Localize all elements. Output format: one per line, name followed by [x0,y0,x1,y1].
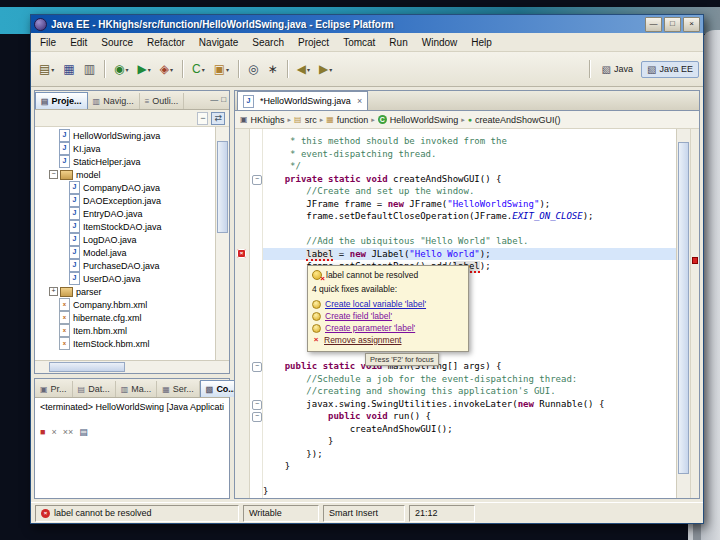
breadcrumb-src[interactable]: ▤src [294,115,317,125]
search-button[interactable]: ∗ [264,57,282,81]
insert-mode-indicator[interactable]: Smart Insert [323,505,405,522]
quickfix-remove-assignment[interactable]: ×Remove assignment [312,334,464,346]
run-button[interactable]: ▶▾ [134,57,155,81]
scrollbar-thumb[interactable] [217,141,228,233]
menu-run[interactable]: Run [382,35,414,50]
minimize-view-button[interactable]: — [210,96,218,104]
collapse-all-button[interactable]: − [197,112,208,125]
quickfix-create-local-variable-label[interactable]: Create local variable 'label' [312,298,464,310]
perspective-java-button[interactable]: ▧Java [596,61,639,78]
overview-ruler[interactable] [690,129,699,498]
menu-source[interactable]: Source [94,35,140,50]
title-bar[interactable]: Java EE - HKhighs/src/function/HelloWorl… [31,15,703,33]
code-line[interactable]: * event-dispatching thread. [263,148,676,161]
code-line[interactable]: //Add the ubiquitous "Hello World" label… [263,235,676,248]
code-line[interactable]: //creating and showing this application'… [263,385,676,398]
quickfix-create-field-label[interactable]: Create field 'label' [312,310,464,322]
tree-expander[interactable]: + [49,287,58,296]
view-tab-proje[interactable]: ▤Proje... [35,92,88,109]
tree-item-item-hbm-xml[interactable]: xItem.hbm.xml [35,324,215,337]
tree-item-userdao-java[interactable]: JUserDAO.java [35,272,215,285]
breadcrumb-hkhighs[interactable]: ▣HKhighs [240,115,285,125]
close-button[interactable]: × [683,17,700,32]
code-line[interactable]: private static void createAndShowGUI() { [263,173,676,186]
maximize-view-button[interactable]: □ [221,96,226,104]
terminate-button[interactable]: ■ [40,428,45,437]
code-line[interactable]: createAndShowGUI(); [263,423,676,436]
code-line[interactable]: * this method should be invoked from the [263,135,676,148]
code-line[interactable]: }); [263,448,676,461]
menu-edit[interactable]: Edit [63,35,94,50]
code-line[interactable]: javax.swing.SwingUtilities.invokeLater(n… [263,398,676,411]
perspective-java-ee-button[interactable]: ▧Java EE [641,61,699,78]
menu-refactor[interactable]: Refactor [140,35,192,50]
tree-item-purchasedao-java[interactable]: JPurchaseDAO.java [35,259,215,272]
tree-item-model[interactable]: −model [35,168,215,181]
code-line[interactable]: } [263,485,676,498]
open-type-button[interactable]: ◎ [244,57,262,81]
overview-error-mark[interactable] [692,257,698,264]
menu-tomcat[interactable]: Tomcat [336,35,382,50]
tree-item-entrydao-java[interactable]: JEntryDAO.java [35,207,215,220]
new-button[interactable]: ▤▾ [35,57,58,81]
close-tab-icon[interactable]: × [357,96,362,106]
tree-item-logdao-java[interactable]: JLogDAO.java [35,233,215,246]
tree-item-daoexception-java[interactable]: JDAOException.java [35,194,215,207]
menu-window[interactable]: Window [415,35,465,50]
breadcrumb-helloworldswing[interactable]: CHelloWorldSwing [378,115,458,125]
clear-console-button[interactable]: ▤ [79,428,88,437]
code-line[interactable]: //Create and set up the window. [263,185,676,198]
code-line[interactable]: public static void main(String[] args) { [263,360,676,373]
view-tab-ser[interactable]: ▦Ser... [157,381,200,397]
forward-button[interactable]: ▶▾ [315,57,336,81]
editor-tab[interactable]: J *HelloWorldSwing.java × [237,91,368,110]
remove-launch-button[interactable]: × [51,428,56,437]
code-line[interactable]: //Schedule a job for the event-dispatchi… [263,373,676,386]
menu-help[interactable]: Help [464,35,499,50]
remove-all-terminated-button[interactable]: ×× [63,428,74,437]
quickfix-create-parameter-label[interactable]: Create parameter 'label' [312,322,464,334]
scrollbar-thumb[interactable] [49,362,125,372]
code-line[interactable]: } [263,435,676,448]
print-button[interactable]: ▥ [80,57,99,81]
tree-item-hibernate-cfg-xml[interactable]: xhibernate.cfg.xml [35,311,215,324]
tree-item-company-hbm-xml[interactable]: xCompany.hbm.xml [35,298,215,311]
code-line[interactable]: JFrame frame = new JFrame("HelloWorldSwi… [263,198,676,211]
external-tools-button[interactable]: ◈▾ [156,57,177,81]
fold-collapse-icon[interactable]: − [252,400,262,410]
save-button[interactable]: ▦ [59,57,78,81]
breadcrumb-createandshowgui[interactable]: ●createAndShowGUI() [468,115,561,125]
fold-collapse-icon[interactable]: − [252,362,262,372]
code-line[interactable]: label = new JLabel("Hello World"); [263,248,676,261]
tree-item-ki-java[interactable]: JKI.java [35,142,215,155]
tree-item-statichelper-java[interactable]: JStaticHelper.java [35,155,215,168]
scrollbar-thumb[interactable] [678,142,689,474]
maximize-button[interactable]: □ [664,17,681,32]
code-line[interactable]: public void run() { [263,410,676,423]
tree-item-helloworldswing-java[interactable]: JHelloWorldSwing.java [35,129,215,142]
debug-button[interactable]: ◉▾ [110,57,133,81]
code-line[interactable]: frame.setDefaultCloseOperation(JFrame.EX… [263,210,676,223]
back-button[interactable]: ◀▾ [293,57,314,81]
code-line[interactable]: } [263,460,676,473]
breadcrumb-function[interactable]: ▦function [326,115,368,125]
fold-collapse-icon[interactable]: − [252,412,262,422]
minimize-button[interactable]: — [645,17,662,32]
tree-item-parser[interactable]: +parser [35,285,215,298]
tree-item-companydao-java[interactable]: JCompanyDAO.java [35,181,215,194]
code-line[interactable] [263,473,676,486]
explorer-horizontal-scrollbar[interactable] [35,360,229,373]
view-tab-pr[interactable]: ▣Pr... [35,381,73,397]
explorer-vertical-scrollbar[interactable] [215,127,229,360]
code-line[interactable] [263,223,676,236]
tree-item-itemstockdao-java[interactable]: JItemStockDAO.java [35,220,215,233]
link-with-editor-button[interactable]: ⇄ [211,112,225,125]
menu-search[interactable]: Search [245,35,291,50]
code-line[interactable]: */ [263,160,676,173]
editor-vertical-scrollbar[interactable] [676,129,690,498]
view-tab-outli[interactable]: ≡Outli... [140,93,185,109]
fold-collapse-icon[interactable]: − [252,175,262,185]
menu-project[interactable]: Project [291,35,336,50]
tree-expander[interactable]: − [49,170,58,179]
tree-item-itemstock-hbm-xml[interactable]: xItemStock.hbm.xml [35,337,215,350]
